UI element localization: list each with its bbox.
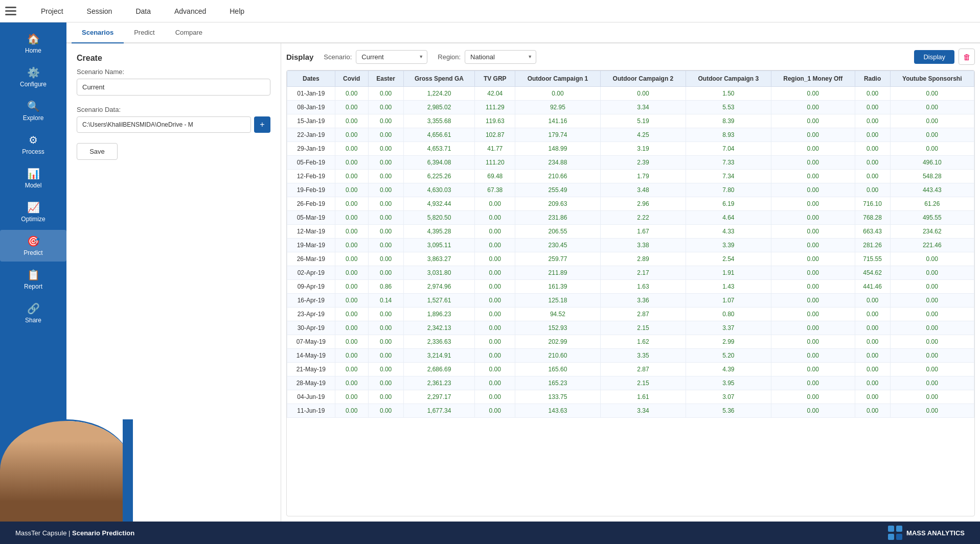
cell-value: 0.00 xyxy=(368,170,403,183)
cell-value: 0.00 xyxy=(890,252,974,266)
cell-value: 42.04 xyxy=(475,87,515,101)
cell-value: 0.00 xyxy=(368,128,403,142)
sidebar-label-share: Share xyxy=(25,317,41,324)
cell-value: 0.00 xyxy=(335,225,368,239)
table-row: 26-Mar-190.000.003,863.270.00259.772.892… xyxy=(287,252,974,266)
cell-value: 0.00 xyxy=(855,321,890,335)
sidebar-item-explore[interactable]: 🔍 Explore xyxy=(0,95,66,127)
cell-value: 1.43 xyxy=(686,280,771,294)
process-icon: ⚙ xyxy=(29,134,38,146)
cell-value: 0.00 xyxy=(335,294,368,308)
svg-rect-3 xyxy=(896,534,902,540)
cell-value: 0.00 xyxy=(890,308,974,321)
cell-value: 0.00 xyxy=(368,114,403,128)
cell-value: 0.00 xyxy=(475,363,515,376)
cell-value: 259.77 xyxy=(515,252,600,266)
cell-value: 0.00 xyxy=(771,376,855,390)
sidebar-item-configure[interactable]: ⚙️ Configure xyxy=(0,61,66,93)
cell-value: 0.00 xyxy=(335,280,368,294)
cell-value: 231.86 xyxy=(515,211,600,225)
cell-value: 0.14 xyxy=(368,294,403,308)
menu-advanced[interactable]: Advanced xyxy=(170,5,210,17)
cell-date: 15-Jan-19 xyxy=(287,114,335,128)
data-table-container[interactable]: Dates Covid Easter Gross Spend GA TV GRP… xyxy=(286,70,975,516)
bottom-bar-title: MassTer Capsule | Scenario Prediction xyxy=(15,529,134,537)
sidebar-item-model[interactable]: 📊 Model xyxy=(0,162,66,194)
sidebar-item-optimize[interactable]: 📈 Optimize xyxy=(0,196,66,228)
sidebar-label-optimize: Optimize xyxy=(21,216,45,223)
cell-value: 0.00 xyxy=(515,87,600,101)
cell-value: 0.00 xyxy=(368,363,403,376)
tab-scenarios[interactable]: Scenarios xyxy=(72,22,124,43)
scenario-select[interactable]: Current Scenario 1 Scenario 2 xyxy=(356,50,427,64)
save-button[interactable]: Save xyxy=(77,143,118,160)
region-select-wrapper: National London North South xyxy=(465,50,536,64)
cell-value: 0.00 xyxy=(335,363,368,376)
cell-value: 0.00 xyxy=(890,321,974,335)
cell-value: 3.36 xyxy=(600,294,686,308)
cell-value: 0.80 xyxy=(686,308,771,321)
delete-button[interactable]: 🗑 xyxy=(959,49,975,65)
cell-value: 8.93 xyxy=(686,128,771,142)
cell-value: 210.66 xyxy=(515,170,600,183)
cell-value: 2.96 xyxy=(600,197,686,211)
tab-compare[interactable]: Compare xyxy=(165,22,213,43)
bottom-bar: MassTer Capsule | Scenario Prediction MA… xyxy=(0,522,980,544)
cell-value: 0.00 xyxy=(890,142,974,156)
file-browse-button[interactable]: + xyxy=(254,116,270,133)
scenario-row: Scenario: Current Scenario 1 Scenario 2 xyxy=(324,50,427,64)
sidebar-item-report[interactable]: 📋 Report xyxy=(0,264,66,295)
cell-date: 29-Jan-19 xyxy=(287,142,335,156)
hamburger-menu[interactable] xyxy=(5,7,16,15)
cell-value: 3.34 xyxy=(600,404,686,418)
tab-bar: Scenarios Predict Compare xyxy=(66,22,980,43)
cell-value: 92.95 xyxy=(515,101,600,114)
cell-value: 0.00 xyxy=(475,321,515,335)
home-icon: 🏠 xyxy=(27,33,40,45)
table-row: 30-Apr-190.000.002,342.130.00152.932.153… xyxy=(287,321,974,335)
menu-data[interactable]: Data xyxy=(131,5,155,17)
cell-value: 0.00 xyxy=(771,225,855,239)
col-covid: Covid xyxy=(335,71,368,87)
cell-value: 0.00 xyxy=(335,376,368,390)
cell-date: 26-Feb-19 xyxy=(287,197,335,211)
cell-value: 0.00 xyxy=(890,87,974,101)
cell-value: 0.00 xyxy=(335,170,368,183)
sidebar-item-share[interactable]: 🔗 Share xyxy=(0,297,66,329)
table-row: 09-Apr-190.000.862,974.960.00161.391.631… xyxy=(287,280,974,294)
right-panel: Display Scenario: Current Scenario 1 Sce… xyxy=(281,43,980,522)
cell-value: 0.00 xyxy=(771,183,855,197)
cell-value: 3,095.11 xyxy=(403,239,475,252)
menu-project[interactable]: Project xyxy=(37,5,67,17)
table-row: 15-Jan-190.000.003,355.68119.63141.165.1… xyxy=(287,114,974,128)
cell-value: 3.19 xyxy=(600,142,686,156)
menu-help[interactable]: Help xyxy=(225,5,248,17)
create-title: Create xyxy=(77,54,270,63)
scenario-data-input[interactable]: C:\Users\KhalilBENSMIDA\OneDrive - M xyxy=(77,116,251,133)
tab-predict[interactable]: Predict xyxy=(124,22,165,43)
cell-value: 548.28 xyxy=(890,170,974,183)
table-row: 07-May-190.000.002,336.630.00202.991.622… xyxy=(287,335,974,349)
cell-value: 0.00 xyxy=(475,376,515,390)
cell-date: 16-Apr-19 xyxy=(287,294,335,308)
table-row: 26-Feb-190.000.004,932.440.00209.632.966… xyxy=(287,197,974,211)
cell-value: 119.63 xyxy=(475,114,515,128)
sidebar-item-predict[interactable]: 🎯 Predict xyxy=(0,230,66,262)
scenario-name-input[interactable] xyxy=(77,79,270,96)
region-select[interactable]: National London North South xyxy=(465,50,536,64)
cell-date: 01-Jan-19 xyxy=(287,87,335,101)
sidebar-item-home[interactable]: 🏠 Home xyxy=(0,28,66,59)
sidebar-item-process[interactable]: ⚙ Process xyxy=(0,129,66,160)
cell-value: 6,225.26 xyxy=(403,170,475,183)
cell-value: 0.00 xyxy=(335,252,368,266)
sidebar-label-predict: Predict xyxy=(24,249,42,256)
menu-session[interactable]: Session xyxy=(83,5,117,17)
cell-value: 0.00 xyxy=(855,308,890,321)
cell-value: 0.00 xyxy=(368,404,403,418)
scenario-data-label: Scenario Data: xyxy=(77,106,270,113)
cell-value: 0.00 xyxy=(335,211,368,225)
cell-value: 281.26 xyxy=(855,239,890,252)
table-row: 16-Apr-190.000.141,527.610.00125.183.361… xyxy=(287,294,974,308)
cell-value: 0.00 xyxy=(890,390,974,404)
display-button[interactable]: Display xyxy=(914,50,954,64)
